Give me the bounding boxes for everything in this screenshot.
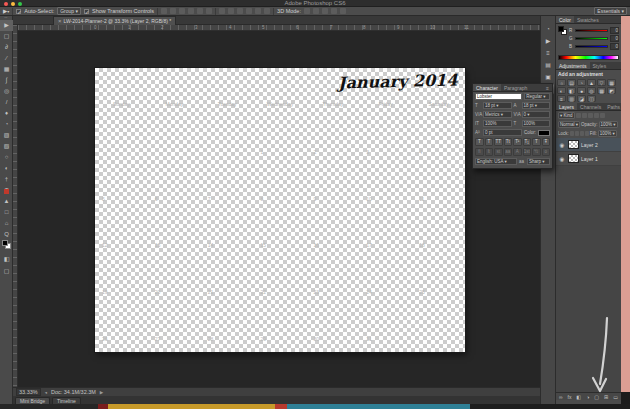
font-style-field[interactable]: Regular ▾ [524, 93, 550, 100]
eraser-tool[interactable]: ▨ [0, 130, 13, 141]
titling-alternates-button[interactable]: 1st [523, 148, 532, 156]
standard-ligatures-button[interactable]: fi [475, 148, 484, 156]
align-top-icon[interactable] [188, 8, 194, 14]
link-layers-icon[interactable]: ∞ [559, 394, 563, 400]
close-tab-icon[interactable]: × [58, 18, 62, 24]
filter-pixel-icon[interactable] [576, 113, 581, 118]
lasso-tool[interactable]: ∂ [0, 42, 13, 53]
zoom-level-field[interactable]: 33.33% [16, 388, 41, 396]
auto-select-dropdown[interactable]: Group ▾ [57, 7, 81, 15]
foreground-color-swatch[interactable] [2, 240, 8, 246]
crop-tool[interactable]: ▦ [0, 64, 13, 75]
delete-layer-icon[interactable]: ▭ [613, 394, 618, 400]
opacity-field[interactable]: 100% ▾ [599, 121, 618, 128]
font-family-field[interactable]: Lobster [475, 93, 522, 100]
distribute-bottom-icon[interactable] [237, 8, 243, 14]
pen-tool[interactable]: † [0, 174, 13, 185]
tab-paragraph[interactable]: Paragraph [501, 84, 530, 91]
red-slider[interactable] [575, 29, 608, 32]
lock-transparent-icon[interactable] [570, 131, 574, 136]
panel-menu-icon[interactable]: ≡ [543, 84, 552, 91]
adjustment-layer-icon[interactable]: ◑ [586, 394, 589, 400]
posterize-adjustment-icon[interactable]: ≡ [557, 95, 566, 102]
screen-mode-icon[interactable]: ▢ [0, 266, 13, 277]
blue-value-field[interactable]: 0 [610, 43, 619, 50]
distribute-top-icon[interactable] [219, 8, 225, 14]
marquee-tool[interactable]: ▢ [0, 31, 13, 42]
red-value-field[interactable]: 0 [610, 27, 619, 34]
brush-presets-panel-icon[interactable]: ▤ [542, 60, 554, 70]
leading-field[interactable]: 18 pt ▾ [522, 102, 551, 109]
tab-channels[interactable]: Channels [577, 103, 604, 110]
fractions-button[interactable]: o [542, 148, 551, 156]
3d-drag-icon[interactable] [322, 8, 328, 14]
faux-bold-button[interactable]: T [475, 138, 484, 146]
text-color-swatch[interactable] [538, 130, 550, 136]
underline-button[interactable]: T [532, 138, 541, 146]
info-panel-icon[interactable]: ≡ [542, 48, 554, 58]
tab-character[interactable]: Character [473, 84, 501, 91]
invert-adjustment-icon[interactable]: ◩ [607, 87, 616, 94]
eyedropper-tool[interactable]: ∫ [0, 75, 13, 86]
black-white-adjustment-icon[interactable]: ◧ [567, 87, 576, 94]
layer-style-icon[interactable]: fx [568, 394, 572, 400]
stylistic-alternates-button[interactable]: A [513, 148, 522, 156]
align-center-icon[interactable] [170, 8, 176, 14]
canvas-viewport[interactable]: January 2014 SundayMonday TuesdayWednesd… [18, 31, 540, 387]
curves-adjustment-icon[interactable]: ◔ [577, 79, 586, 86]
lock-pixels-icon[interactable] [575, 131, 579, 136]
contextual-alternates-button[interactable]: ſt [485, 148, 494, 156]
small-caps-button[interactable]: Tt [504, 138, 513, 146]
layer-row-layer-2[interactable]: ◉ Layer 2 [556, 138, 621, 152]
align-left-icon[interactable] [161, 8, 167, 14]
tab-color[interactable]: Color [556, 16, 574, 23]
tab-layers[interactable]: Layers [556, 103, 577, 110]
baseline-shift-field[interactable]: 0 pt [483, 129, 522, 136]
selective-color-adjustment-icon[interactable]: ◪ [577, 95, 586, 102]
visibility-eye-icon[interactable]: ◉ [558, 156, 566, 162]
quick-selection-tool[interactable]: ∕ [0, 53, 13, 64]
document-tab[interactable]: × LW-2014-Planner-2 @ 33.3% (Layer 2, RG… [53, 16, 176, 25]
tool-preset-icon[interactable]: ▶▾ [3, 8, 9, 14]
kerning-field[interactable]: Metrics ▾ [483, 111, 512, 118]
discretionary-ligatures-button[interactable]: st [494, 148, 503, 156]
anti-alias-dropdown[interactable]: Sharp ▾ [527, 158, 550, 165]
distribute-center-icon[interactable] [255, 8, 261, 14]
superscript-button[interactable]: T¹ [513, 138, 522, 146]
channel-mixer-adjustment-icon[interactable]: ◎ [587, 87, 596, 94]
hand-tool[interactable]: ⌂ [0, 218, 13, 229]
clone-source-panel-icon[interactable]: ▣ [542, 72, 554, 82]
lock-all-icon[interactable] [585, 131, 589, 136]
brush-tool[interactable]: / [0, 97, 13, 108]
vibrance-adjustment-icon[interactable]: ▽ [597, 79, 606, 86]
tab-adjustments[interactable]: Adjustments [556, 62, 590, 69]
subscript-button[interactable]: T₁ [523, 138, 532, 146]
status-flyout-icon[interactable]: ▶ [100, 390, 103, 395]
layer-filter-dropdown[interactable]: ▾ Kind [558, 112, 575, 119]
color-lookup-adjustment-icon[interactable]: ▩ [597, 87, 606, 94]
filter-type-icon[interactable] [588, 113, 593, 118]
blend-mode-dropdown[interactable]: Normal ▾ [558, 121, 580, 128]
history-panel-icon[interactable]: ◔ [542, 24, 554, 34]
document-canvas[interactable]: January 2014 SundayMonday TuesdayWednesd… [95, 68, 465, 352]
distribute-right-icon[interactable] [264, 8, 270, 14]
faux-italic-button[interactable]: T [485, 138, 494, 146]
color-ramp[interactable] [558, 55, 619, 60]
filter-adjustment-icon[interactable] [582, 113, 587, 118]
blue-slider[interactable] [575, 45, 608, 48]
tab-swatches[interactable]: Swatches [574, 16, 602, 23]
3d-scale-icon[interactable] [340, 8, 346, 14]
color-balance-adjustment-icon[interactable]: ◐ [557, 87, 566, 94]
all-caps-button[interactable]: TT [494, 138, 503, 146]
blur-tool[interactable]: ○ [0, 152, 13, 163]
quick-mask-icon[interactable]: ◧ [0, 254, 13, 265]
new-layer-icon[interactable]: ⊞ [604, 394, 608, 400]
layer-mask-icon[interactable]: ◧ [577, 394, 582, 400]
tab-mini-bridge[interactable]: Mini Bridge [15, 397, 50, 404]
layer-name[interactable]: Layer 1 [581, 156, 598, 162]
threshold-adjustment-icon[interactable]: ▥ [567, 95, 576, 102]
fill-field[interactable]: 100% ▾ [598, 130, 617, 137]
layer-row-layer-1[interactable]: ◉ Layer 1 [556, 152, 621, 166]
auto-select-checkbox[interactable]: ✓ [16, 9, 21, 14]
layer-thumbnail[interactable] [568, 140, 579, 149]
